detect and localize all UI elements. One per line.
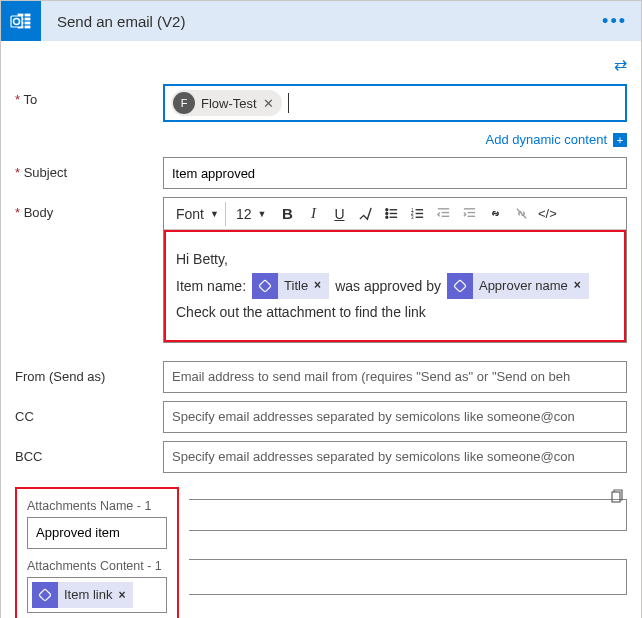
- svg-rect-6: [11, 16, 22, 27]
- rich-text-editor: Font▼ 12▼ B I U 123 </>: [163, 197, 627, 343]
- cc-label: CC: [15, 401, 163, 424]
- svg-rect-31: [612, 492, 620, 502]
- text-cursor: [288, 93, 289, 113]
- bcc-input[interactable]: [163, 441, 627, 473]
- link-button[interactable]: [482, 201, 508, 227]
- highlight-button[interactable]: [352, 201, 378, 227]
- recipient-chip-label: Flow-Test: [201, 96, 257, 111]
- outdent-button[interactable]: [430, 201, 456, 227]
- svg-text:3: 3: [411, 215, 414, 220]
- rte-toolbar: Font▼ 12▼ B I U 123 </>: [164, 198, 626, 230]
- token-icon: [252, 273, 278, 299]
- remove-recipient-icon[interactable]: ✕: [263, 96, 274, 111]
- number-list-button[interactable]: 123: [404, 201, 430, 227]
- token-icon: [447, 273, 473, 299]
- token-icon: [32, 582, 58, 608]
- card-body: ⇄ To F Flow-Test ✕ Add dynamic content+: [1, 41, 641, 618]
- remove-token-icon[interactable]: ×: [574, 274, 581, 297]
- more-menu-button[interactable]: •••: [602, 11, 627, 32]
- code-view-button[interactable]: </>: [534, 201, 560, 227]
- svg-rect-29: [454, 280, 466, 292]
- bcc-label: BCC: [15, 441, 163, 464]
- svg-point-10: [386, 213, 388, 215]
- from-input[interactable]: [163, 361, 627, 393]
- svg-point-12: [386, 216, 388, 218]
- dynamic-token-approver[interactable]: Approver name ×: [447, 273, 589, 299]
- svg-rect-30: [39, 589, 51, 601]
- swap-icon[interactable]: ⇄: [614, 56, 627, 73]
- indent-button[interactable]: [456, 201, 482, 227]
- avatar: F: [173, 92, 195, 114]
- attachment-content-input-ext[interactable]: [189, 559, 627, 595]
- body-text: Item name:: [176, 273, 246, 300]
- font-size-select[interactable]: 12▼: [230, 202, 273, 226]
- token-label: Item link: [64, 587, 112, 602]
- font-select[interactable]: Font▼: [170, 202, 226, 226]
- attachment-content-label: Attachments Content - 1: [27, 559, 167, 573]
- svg-point-8: [386, 209, 388, 211]
- attachment-name-label: Attachments Name - 1: [27, 499, 167, 513]
- action-card: Send an email (V2) ••• ⇄ To F Flow-Test …: [0, 0, 642, 618]
- remove-token-icon[interactable]: ×: [118, 588, 125, 602]
- body-text: Hi Betty,: [176, 246, 614, 273]
- underline-button[interactable]: U: [326, 201, 352, 227]
- attachments-section: Attachments Name - 1 Attachments Content…: [15, 487, 179, 618]
- bullet-list-button[interactable]: [378, 201, 404, 227]
- attachment-content-input[interactable]: Item link ×: [27, 577, 167, 613]
- card-title: Send an email (V2): [41, 13, 602, 30]
- cc-input[interactable]: [163, 401, 627, 433]
- svg-rect-28: [259, 280, 271, 292]
- caret-down-icon: ▼: [258, 209, 267, 219]
- body-content[interactable]: Hi Betty, Item name: Title × was approve…: [164, 230, 626, 342]
- outlook-icon: [1, 1, 41, 41]
- remove-token-icon[interactable]: ×: [314, 274, 321, 297]
- bold-button[interactable]: B: [274, 201, 300, 227]
- switch-array-icon[interactable]: [605, 485, 629, 509]
- to-label: To: [15, 84, 163, 107]
- body-text: was approved by: [335, 273, 441, 300]
- caret-down-icon: ▼: [210, 209, 219, 219]
- body-label: Body: [15, 197, 163, 220]
- dynamic-token-item-link[interactable]: Item link ×: [32, 582, 133, 608]
- add-dynamic-content-link[interactable]: Add dynamic content: [486, 132, 607, 147]
- to-input[interactable]: F Flow-Test ✕: [163, 84, 627, 122]
- italic-button[interactable]: I: [300, 201, 326, 227]
- token-label: Approver name: [479, 274, 568, 299]
- attachment-name-input-ext[interactable]: [189, 499, 627, 531]
- from-label: From (Send as): [15, 361, 163, 384]
- dynamic-token-title[interactable]: Title ×: [252, 273, 329, 299]
- token-label: Title: [284, 274, 308, 299]
- recipient-chip[interactable]: F Flow-Test ✕: [171, 90, 282, 116]
- attachment-name-input[interactable]: [27, 517, 167, 549]
- unlink-button[interactable]: [508, 201, 534, 227]
- body-text: Check out the attachment to find the lin…: [176, 299, 614, 326]
- card-header: Send an email (V2) •••: [1, 1, 641, 41]
- subject-label: Subject: [15, 157, 163, 180]
- plus-icon[interactable]: +: [613, 133, 627, 147]
- subject-input[interactable]: [163, 157, 627, 189]
